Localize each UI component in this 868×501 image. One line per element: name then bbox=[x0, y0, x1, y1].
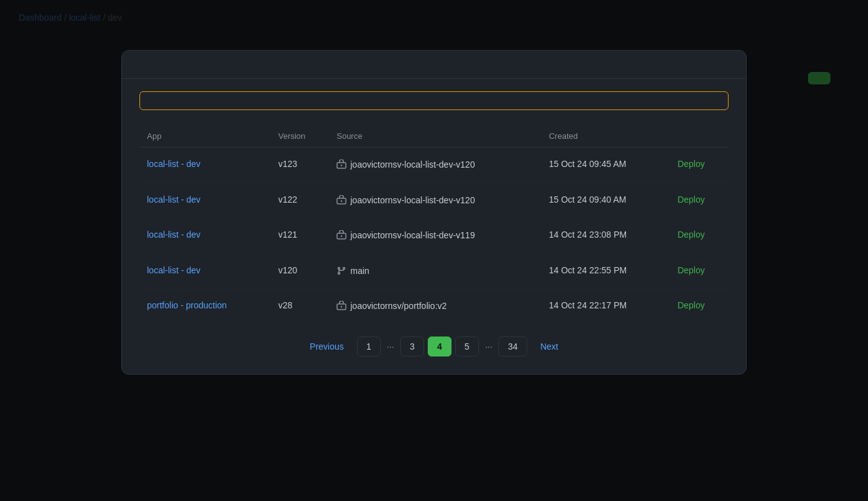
pagination: Previous 1 ··· 3 4 5 ··· 34 Next bbox=[139, 324, 729, 362]
cell-source: joaovictornsv-local-list-dev-v120 bbox=[329, 183, 541, 218]
cell-action: Deploy bbox=[670, 253, 729, 289]
table-row: local-list - dev v121 joaovictornsv-loca… bbox=[139, 218, 729, 254]
svg-point-7 bbox=[338, 272, 340, 274]
pagination-page-1[interactable]: 1 bbox=[357, 337, 381, 357]
container-icon bbox=[336, 301, 346, 311]
cell-app: local-list - dev bbox=[139, 253, 271, 289]
container-icon bbox=[336, 230, 346, 240]
cell-action: Deploy bbox=[670, 218, 729, 254]
table-row: local-list - dev v122 joaovictornsv-loca… bbox=[139, 183, 729, 218]
cell-source: joaovictornsv-local-list-dev-v120 bbox=[329, 148, 541, 183]
modal-overlay: App Version Source Created local-list - … bbox=[0, 0, 868, 501]
col-source: Source bbox=[329, 125, 541, 148]
deploy-image-modal: App Version Source Created local-list - … bbox=[121, 50, 747, 375]
deploy-button-4[interactable]: Deploy bbox=[677, 300, 705, 310]
cell-action: Deploy bbox=[670, 183, 729, 218]
pagination-next[interactable]: Next bbox=[531, 337, 568, 357]
deploy-button-0[interactable]: Deploy bbox=[677, 159, 705, 169]
cell-version: v121 bbox=[271, 218, 329, 254]
cell-version: v123 bbox=[271, 148, 329, 183]
cell-source: joaovictornsv-local-list-dev-v119 bbox=[329, 218, 541, 254]
cell-version: v120 bbox=[271, 253, 329, 289]
svg-point-6 bbox=[338, 267, 340, 269]
pagination-previous[interactable]: Previous bbox=[300, 337, 353, 357]
col-action bbox=[670, 125, 729, 148]
cell-version: v28 bbox=[271, 289, 329, 324]
images-table: App Version Source Created local-list - … bbox=[139, 125, 729, 324]
svg-point-3 bbox=[341, 200, 342, 201]
table-row: local-list - dev v120 main 14 Oct 24 22:… bbox=[139, 253, 729, 289]
pagination-page-3[interactable]: 3 bbox=[400, 337, 424, 357]
cell-created: 14 Oct 24 23:08 PM bbox=[542, 218, 670, 254]
cell-version: v122 bbox=[271, 183, 329, 218]
cell-action: Deploy bbox=[670, 289, 729, 324]
col-created: Created bbox=[542, 125, 670, 148]
cell-action: Deploy bbox=[670, 148, 729, 183]
cell-source: joaovictornsv/portfolio:v2 bbox=[329, 289, 541, 324]
info-banner bbox=[139, 91, 729, 110]
pagination-page-4[interactable]: 4 bbox=[428, 337, 452, 357]
modal-body: App Version Source Created local-list - … bbox=[122, 79, 746, 374]
modal-header bbox=[122, 51, 746, 79]
branch-icon bbox=[336, 266, 346, 276]
deploy-button-2[interactable]: Deploy bbox=[677, 230, 705, 240]
table-header-row: App Version Source Created bbox=[139, 125, 729, 148]
cell-app: local-list - dev bbox=[139, 148, 271, 183]
container-icon bbox=[336, 159, 346, 170]
deploy-button-3[interactable]: Deploy bbox=[677, 265, 705, 275]
cell-source: main bbox=[329, 253, 541, 289]
cell-created: 15 Oct 24 09:45 AM bbox=[542, 148, 670, 183]
svg-point-10 bbox=[341, 306, 342, 308]
table-row: local-list - dev v123 joaovictornsv-loca… bbox=[139, 148, 729, 183]
pagination-dots-2: ··· bbox=[483, 337, 495, 356]
container-icon bbox=[336, 195, 346, 205]
cell-app: portfolio - production bbox=[139, 289, 271, 324]
cell-app: local-list - dev bbox=[139, 183, 271, 218]
svg-point-5 bbox=[341, 235, 342, 236]
pagination-dots-1: ··· bbox=[385, 337, 397, 356]
pagination-page-5[interactable]: 5 bbox=[455, 337, 479, 357]
col-version: Version bbox=[271, 125, 329, 148]
pagination-page-34[interactable]: 34 bbox=[498, 337, 527, 357]
cell-created: 14 Oct 24 22:55 PM bbox=[542, 253, 670, 289]
svg-point-8 bbox=[343, 267, 345, 269]
table-row: portfolio - production v28 joaovictornsv… bbox=[139, 289, 729, 324]
cell-created: 15 Oct 24 09:40 AM bbox=[542, 183, 670, 218]
modal-close-button[interactable] bbox=[724, 63, 729, 68]
svg-point-1 bbox=[341, 164, 342, 166]
col-app: App bbox=[139, 125, 271, 148]
deploy-button-1[interactable]: Deploy bbox=[677, 195, 705, 205]
cell-created: 14 Oct 24 22:17 PM bbox=[542, 289, 670, 324]
cell-app: local-list - dev bbox=[139, 218, 271, 254]
